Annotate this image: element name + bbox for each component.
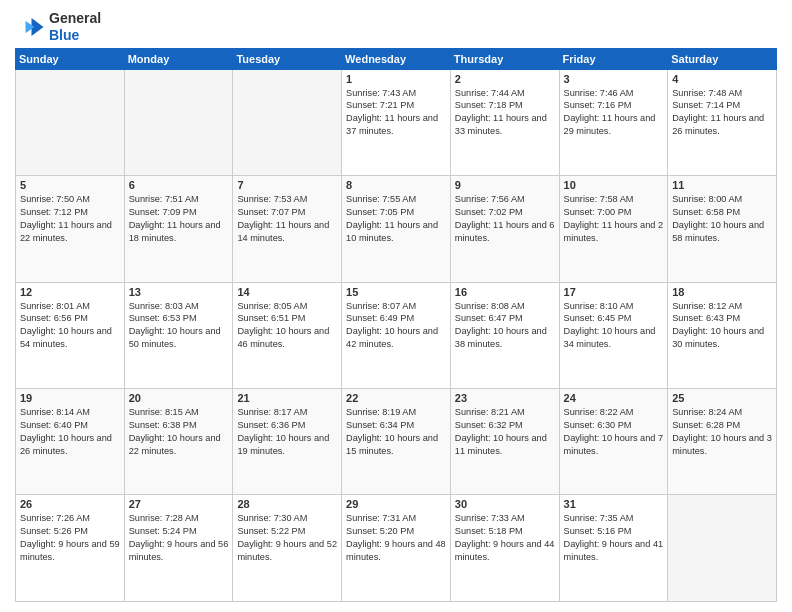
day-number: 27	[129, 498, 229, 510]
calendar-cell: 12Sunrise: 8:01 AM Sunset: 6:56 PM Dayli…	[16, 282, 125, 388]
calendar-cell: 29Sunrise: 7:31 AM Sunset: 5:20 PM Dayli…	[342, 495, 451, 602]
calendar-cell: 30Sunrise: 7:33 AM Sunset: 5:18 PM Dayli…	[450, 495, 559, 602]
day-number: 31	[564, 498, 664, 510]
day-info: Sunrise: 7:28 AM Sunset: 5:24 PM Dayligh…	[129, 512, 229, 564]
day-number: 20	[129, 392, 229, 404]
day-number: 18	[672, 286, 772, 298]
day-number: 17	[564, 286, 664, 298]
day-number: 2	[455, 73, 555, 85]
day-info: Sunrise: 8:12 AM Sunset: 6:43 PM Dayligh…	[672, 300, 772, 352]
day-number: 21	[237, 392, 337, 404]
calendar-cell: 20Sunrise: 8:15 AM Sunset: 6:38 PM Dayli…	[124, 389, 233, 495]
calendar-cell: 8Sunrise: 7:55 AM Sunset: 7:05 PM Daylig…	[342, 176, 451, 282]
calendar-cell: 1Sunrise: 7:43 AM Sunset: 7:21 PM Daylig…	[342, 69, 451, 175]
calendar-cell: 7Sunrise: 7:53 AM Sunset: 7:07 PM Daylig…	[233, 176, 342, 282]
weekday-thursday: Thursday	[450, 48, 559, 69]
day-number: 10	[564, 179, 664, 191]
day-info: Sunrise: 8:22 AM Sunset: 6:30 PM Dayligh…	[564, 406, 664, 458]
day-info: Sunrise: 7:53 AM Sunset: 7:07 PM Dayligh…	[237, 193, 337, 245]
calendar-cell: 21Sunrise: 8:17 AM Sunset: 6:36 PM Dayli…	[233, 389, 342, 495]
day-number: 9	[455, 179, 555, 191]
calendar-cell: 16Sunrise: 8:08 AM Sunset: 6:47 PM Dayli…	[450, 282, 559, 388]
calendar-cell	[16, 69, 125, 175]
weekday-wednesday: Wednesday	[342, 48, 451, 69]
weekday-sunday: Sunday	[16, 48, 125, 69]
day-number: 30	[455, 498, 555, 510]
day-number: 12	[20, 286, 120, 298]
day-info: Sunrise: 8:24 AM Sunset: 6:28 PM Dayligh…	[672, 406, 772, 458]
day-info: Sunrise: 7:55 AM Sunset: 7:05 PM Dayligh…	[346, 193, 446, 245]
day-info: Sunrise: 7:51 AM Sunset: 7:09 PM Dayligh…	[129, 193, 229, 245]
calendar-cell: 28Sunrise: 7:30 AM Sunset: 5:22 PM Dayli…	[233, 495, 342, 602]
calendar-cell: 15Sunrise: 8:07 AM Sunset: 6:49 PM Dayli…	[342, 282, 451, 388]
day-info: Sunrise: 8:14 AM Sunset: 6:40 PM Dayligh…	[20, 406, 120, 458]
day-info: Sunrise: 8:05 AM Sunset: 6:51 PM Dayligh…	[237, 300, 337, 352]
day-info: Sunrise: 7:50 AM Sunset: 7:12 PM Dayligh…	[20, 193, 120, 245]
calendar-cell: 2Sunrise: 7:44 AM Sunset: 7:18 PM Daylig…	[450, 69, 559, 175]
calendar-cell: 14Sunrise: 8:05 AM Sunset: 6:51 PM Dayli…	[233, 282, 342, 388]
day-number: 8	[346, 179, 446, 191]
day-info: Sunrise: 7:44 AM Sunset: 7:18 PM Dayligh…	[455, 87, 555, 139]
day-number: 14	[237, 286, 337, 298]
calendar-cell: 3Sunrise: 7:46 AM Sunset: 7:16 PM Daylig…	[559, 69, 668, 175]
day-info: Sunrise: 8:00 AM Sunset: 6:58 PM Dayligh…	[672, 193, 772, 245]
calendar-cell: 27Sunrise: 7:28 AM Sunset: 5:24 PM Dayli…	[124, 495, 233, 602]
week-row-4: 26Sunrise: 7:26 AM Sunset: 5:26 PM Dayli…	[16, 495, 777, 602]
day-number: 23	[455, 392, 555, 404]
calendar-cell: 5Sunrise: 7:50 AM Sunset: 7:12 PM Daylig…	[16, 176, 125, 282]
calendar-cell: 11Sunrise: 8:00 AM Sunset: 6:58 PM Dayli…	[668, 176, 777, 282]
calendar: SundayMondayTuesdayWednesdayThursdayFrid…	[15, 48, 777, 602]
day-info: Sunrise: 8:03 AM Sunset: 6:53 PM Dayligh…	[129, 300, 229, 352]
calendar-cell: 17Sunrise: 8:10 AM Sunset: 6:45 PM Dayli…	[559, 282, 668, 388]
day-number: 19	[20, 392, 120, 404]
week-row-1: 5Sunrise: 7:50 AM Sunset: 7:12 PM Daylig…	[16, 176, 777, 282]
calendar-cell	[233, 69, 342, 175]
day-info: Sunrise: 8:15 AM Sunset: 6:38 PM Dayligh…	[129, 406, 229, 458]
weekday-friday: Friday	[559, 48, 668, 69]
day-info: Sunrise: 7:56 AM Sunset: 7:02 PM Dayligh…	[455, 193, 555, 245]
day-number: 24	[564, 392, 664, 404]
day-info: Sunrise: 7:30 AM Sunset: 5:22 PM Dayligh…	[237, 512, 337, 564]
calendar-cell	[124, 69, 233, 175]
day-info: Sunrise: 7:46 AM Sunset: 7:16 PM Dayligh…	[564, 87, 664, 139]
day-number: 3	[564, 73, 664, 85]
page: General Blue SundayMondayTuesdayWednesda…	[0, 0, 792, 612]
day-number: 7	[237, 179, 337, 191]
day-info: Sunrise: 8:19 AM Sunset: 6:34 PM Dayligh…	[346, 406, 446, 458]
day-number: 4	[672, 73, 772, 85]
calendar-cell: 26Sunrise: 7:26 AM Sunset: 5:26 PM Dayli…	[16, 495, 125, 602]
logo-icon	[15, 12, 45, 42]
calendar-cell: 6Sunrise: 7:51 AM Sunset: 7:09 PM Daylig…	[124, 176, 233, 282]
calendar-cell: 22Sunrise: 8:19 AM Sunset: 6:34 PM Dayli…	[342, 389, 451, 495]
day-info: Sunrise: 8:10 AM Sunset: 6:45 PM Dayligh…	[564, 300, 664, 352]
day-info: Sunrise: 7:26 AM Sunset: 5:26 PM Dayligh…	[20, 512, 120, 564]
day-number: 22	[346, 392, 446, 404]
day-info: Sunrise: 8:07 AM Sunset: 6:49 PM Dayligh…	[346, 300, 446, 352]
calendar-cell: 19Sunrise: 8:14 AM Sunset: 6:40 PM Dayli…	[16, 389, 125, 495]
calendar-cell: 18Sunrise: 8:12 AM Sunset: 6:43 PM Dayli…	[668, 282, 777, 388]
day-info: Sunrise: 7:35 AM Sunset: 5:16 PM Dayligh…	[564, 512, 664, 564]
day-number: 11	[672, 179, 772, 191]
day-number: 13	[129, 286, 229, 298]
calendar-cell: 24Sunrise: 8:22 AM Sunset: 6:30 PM Dayli…	[559, 389, 668, 495]
day-number: 5	[20, 179, 120, 191]
weekday-header-row: SundayMondayTuesdayWednesdayThursdayFrid…	[16, 48, 777, 69]
calendar-cell: 31Sunrise: 7:35 AM Sunset: 5:16 PM Dayli…	[559, 495, 668, 602]
day-number: 1	[346, 73, 446, 85]
day-info: Sunrise: 7:43 AM Sunset: 7:21 PM Dayligh…	[346, 87, 446, 139]
weekday-saturday: Saturday	[668, 48, 777, 69]
day-number: 28	[237, 498, 337, 510]
header: General Blue	[15, 10, 777, 44]
day-number: 6	[129, 179, 229, 191]
day-number: 29	[346, 498, 446, 510]
day-info: Sunrise: 8:08 AM Sunset: 6:47 PM Dayligh…	[455, 300, 555, 352]
calendar-cell: 25Sunrise: 8:24 AM Sunset: 6:28 PM Dayli…	[668, 389, 777, 495]
day-number: 26	[20, 498, 120, 510]
calendar-cell: 9Sunrise: 7:56 AM Sunset: 7:02 PM Daylig…	[450, 176, 559, 282]
logo: General Blue	[15, 10, 101, 44]
calendar-cell	[668, 495, 777, 602]
day-number: 15	[346, 286, 446, 298]
week-row-0: 1Sunrise: 7:43 AM Sunset: 7:21 PM Daylig…	[16, 69, 777, 175]
week-row-2: 12Sunrise: 8:01 AM Sunset: 6:56 PM Dayli…	[16, 282, 777, 388]
day-info: Sunrise: 8:01 AM Sunset: 6:56 PM Dayligh…	[20, 300, 120, 352]
